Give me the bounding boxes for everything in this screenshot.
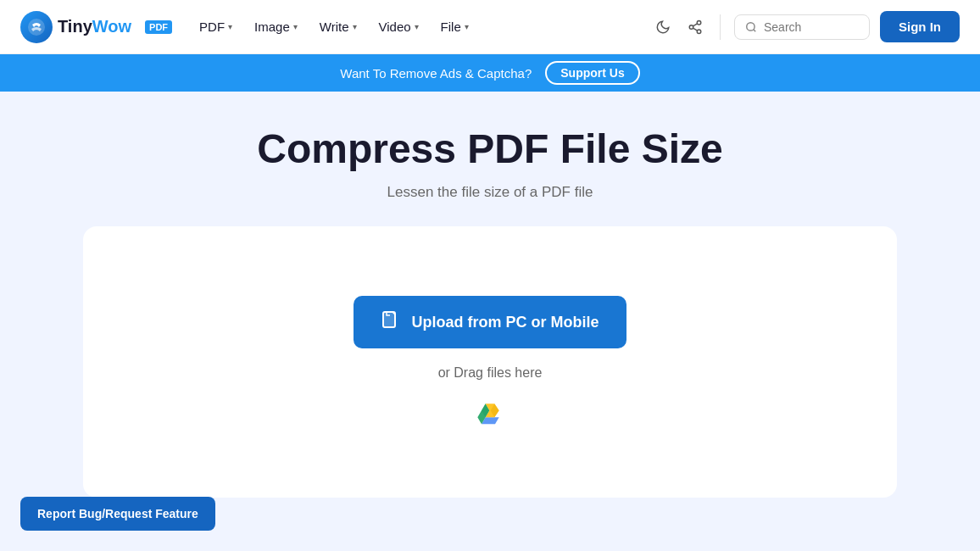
search-box[interactable] bbox=[734, 14, 870, 40]
svg-point-3 bbox=[697, 30, 701, 34]
navbar: TinyWow PDF PDF ▾ Image ▾ Write ▾ Video … bbox=[0, 0, 980, 54]
chevron-down-icon: ▾ bbox=[353, 22, 357, 31]
logo-icon bbox=[20, 11, 53, 43]
page-title: Compress PDF File Size bbox=[257, 125, 723, 172]
upload-icon bbox=[381, 309, 401, 335]
nav-item-image[interactable]: Image ▾ bbox=[244, 13, 308, 41]
chevron-down-icon: ▾ bbox=[415, 22, 419, 31]
dark-mode-button[interactable] bbox=[652, 16, 674, 38]
google-drive-icon[interactable] bbox=[476, 401, 504, 428]
nav-badge: PDF bbox=[145, 20, 172, 34]
banner-text: Want To Remove Ads & Captcha? bbox=[340, 66, 532, 81]
share-button[interactable] bbox=[684, 16, 706, 38]
svg-rect-8 bbox=[383, 312, 395, 327]
logo-link[interactable]: TinyWow bbox=[20, 11, 131, 43]
search-icon bbox=[745, 21, 757, 33]
nav-item-pdf[interactable]: PDF ▾ bbox=[189, 13, 242, 41]
chevron-down-icon: ▾ bbox=[293, 22, 298, 31]
chevron-down-icon: ▾ bbox=[228, 22, 232, 31]
logo-text: TinyWow bbox=[58, 17, 131, 36]
nav-menu: PDF ▾ Image ▾ Write ▾ Video ▾ File ▾ bbox=[189, 13, 649, 41]
nav-right: Sign In bbox=[652, 11, 960, 42]
promo-banner: Want To Remove Ads & Captcha? Support Us bbox=[0, 54, 980, 92]
nav-item-file[interactable]: File ▾ bbox=[431, 13, 479, 41]
nav-divider bbox=[720, 14, 721, 40]
support-us-button[interactable]: Support Us bbox=[545, 61, 639, 85]
svg-line-5 bbox=[693, 23, 697, 25]
svg-line-7 bbox=[754, 29, 756, 31]
upload-button[interactable]: Upload from PC or Mobile bbox=[354, 296, 626, 348]
nav-item-write[interactable]: Write ▾ bbox=[309, 13, 367, 41]
svg-line-4 bbox=[693, 28, 697, 31]
main-content: Compress PDF File Size Lessen the file s… bbox=[0, 92, 980, 551]
svg-point-1 bbox=[697, 20, 701, 25]
report-bug-button[interactable]: Report Bug/Request Feature bbox=[20, 497, 215, 531]
upload-card: Upload from PC or Mobile or Drag files h… bbox=[83, 226, 897, 498]
search-input[interactable] bbox=[764, 20, 857, 34]
chevron-down-icon: ▾ bbox=[465, 22, 469, 31]
sign-in-button[interactable]: Sign In bbox=[880, 11, 960, 42]
drag-drop-text: or Drag files here bbox=[438, 365, 543, 381]
svg-point-6 bbox=[747, 22, 754, 30]
page-subtitle: Lessen the file size of a PDF file bbox=[387, 184, 593, 201]
nav-item-video[interactable]: Video ▾ bbox=[369, 13, 429, 41]
svg-point-2 bbox=[689, 25, 693, 29]
